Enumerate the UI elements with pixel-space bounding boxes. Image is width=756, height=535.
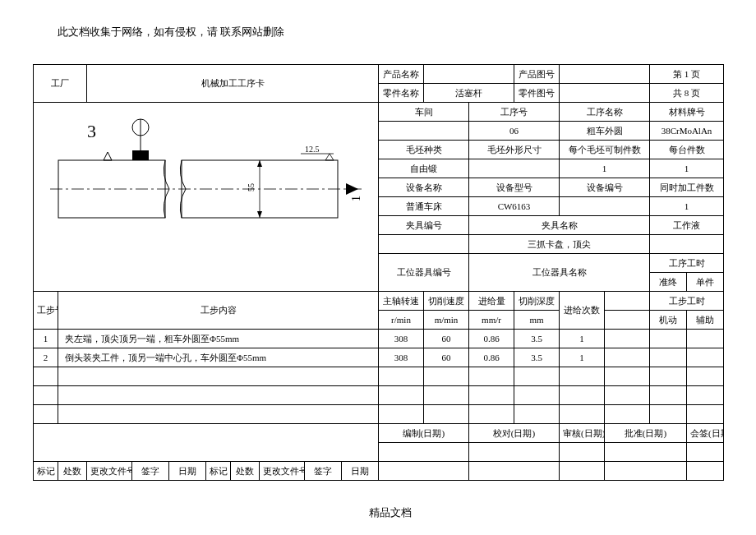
col-step-time-machine: 机动 (650, 311, 687, 330)
chg-date: 日期 (169, 462, 206, 481)
col-cut-speed-unit: m/min (424, 311, 469, 330)
blank-type-label: 毛坯种类 (379, 141, 469, 159)
proc-time-unit: 单件 (687, 273, 724, 292)
product-name-label: 产品名称 (379, 65, 424, 84)
disclaimer-text: 此文档收集于网络，如有侵权，请 联系网站删除 (58, 25, 723, 39)
sig-review: 审核(日期) (560, 424, 605, 443)
col-feed: 进给量 (469, 292, 514, 311)
blank-size (469, 159, 560, 178)
process-name: 粗车外圆 (560, 122, 650, 141)
blank-size-label: 毛坯外形尺寸 (469, 141, 560, 159)
material: 38CrMoAlAn (650, 122, 724, 141)
col-cut-speed: 切削速度 (424, 292, 469, 311)
proc-time-prep: 准终 (650, 273, 687, 292)
blank-count-label: 每个毛坯可制件数 (560, 141, 650, 159)
sig-approve: 批准(日期) (605, 424, 687, 443)
col-step-no: 工步号 (34, 292, 58, 330)
proc-time-label: 工序工时 (650, 254, 724, 273)
process-no-label: 工序号 (469, 103, 560, 122)
drawing-area: 3 12.5 55 1 (34, 103, 379, 292)
blank-count: 1 (560, 159, 650, 178)
col-step-content: 工步内容 (58, 292, 379, 330)
per-machine-label: 每台件数 (650, 141, 724, 159)
simul: 1 (650, 197, 724, 216)
dwg-dim-12-5: 12.5 (305, 145, 320, 154)
dwg-mark-3: 3 (87, 121, 96, 141)
col-step-time-aux: 辅助 (687, 311, 724, 330)
workshop (379, 122, 469, 141)
blank-type: 自由锻 (379, 159, 469, 178)
col-passes: 进给次数 (560, 292, 605, 330)
fixture-name-label: 夹具名称 (469, 216, 650, 235)
table-row: 2 倒头装夹工件，顶另一端中心孔，车外圆至Φ55mm 308600.863.51 (34, 348, 724, 367)
page-current: 第 1 页 (650, 65, 724, 84)
process-sketch: 3 12.5 55 1 (34, 103, 379, 267)
fixture-name: 三抓卡盘，顶尖 (469, 235, 650, 254)
sig-countersign: 会签(日期) (687, 424, 724, 443)
fixture-no-label: 夹具编号 (379, 216, 469, 235)
col-spindle: 主轴转速 (379, 292, 424, 311)
process-no: 06 (469, 122, 560, 141)
equip-no-label: 设备编号 (560, 178, 650, 197)
material-label: 材料牌号 (650, 103, 724, 122)
chg-qty2: 处数 (231, 462, 260, 481)
equip-model-label: 设备型号 (469, 178, 560, 197)
svg-rect-5 (132, 150, 149, 160)
part-name: 活塞杆 (424, 84, 514, 103)
chg-date2: 日期 (342, 462, 379, 481)
factory-label: 工厂 (34, 65, 87, 103)
chg-no: 更改文件号 (87, 462, 132, 481)
workshop-label: 车间 (379, 103, 469, 122)
col-step-time: 工步工时 (650, 292, 724, 311)
part-drawing-label: 零件图号 (514, 84, 560, 103)
col-depth: 切削深度 (514, 292, 560, 311)
chg-no2: 更改文件号 (260, 462, 305, 481)
chg-sign: 签字 (132, 462, 169, 481)
sig-compile: 编制(日期) (379, 424, 469, 443)
product-name (424, 65, 514, 84)
col-feed-unit: mm/r (469, 311, 514, 330)
table-row: 1 夹左端，顶尖顶另一端，粗车外圆至Φ55mm 308600.863.51 (34, 330, 724, 348)
chg-mark: 标记 (34, 462, 58, 481)
sig-check: 校对(日期) (469, 424, 560, 443)
equip-no (560, 197, 650, 216)
station-no-label: 工位器具编号 (379, 254, 469, 292)
part-drawing (560, 84, 650, 103)
equip-name-label: 设备名称 (379, 178, 469, 197)
simul-label: 同时加工件数 (650, 178, 724, 197)
chg-sign2: 签字 (305, 462, 342, 481)
equip-model: CW6163 (469, 197, 560, 216)
col-spindle-unit: r/min (379, 311, 424, 330)
process-card-table: 工厂 机械加工工序卡 产品名称 产品图号 第 1 页 零件名称 活塞杆 零件图号… (33, 64, 724, 481)
part-name-label: 零件名称 (379, 84, 424, 103)
coolant-label: 工作液 (650, 216, 724, 235)
product-drawing (560, 65, 650, 84)
coolant (650, 235, 724, 254)
page-total: 共 8 页 (650, 84, 724, 103)
fixture-no (379, 235, 469, 254)
card-title: 机械加工工序卡 (87, 65, 379, 103)
dwg-dim-55: 55 (247, 183, 256, 191)
dwg-dim-1: 1 (350, 196, 362, 201)
footer-note: 精品文档 (58, 505, 723, 520)
chg-qty: 处数 (58, 462, 87, 481)
col-depth-unit: mm (514, 311, 560, 330)
equip-name: 普通车床 (379, 197, 469, 216)
chg-mark2: 标记 (206, 462, 231, 481)
station-name-label: 工位器具名称 (469, 254, 650, 292)
process-name-label: 工序名称 (560, 103, 650, 122)
per-machine: 1 (650, 159, 724, 178)
product-drawing-label: 产品图号 (514, 65, 560, 84)
